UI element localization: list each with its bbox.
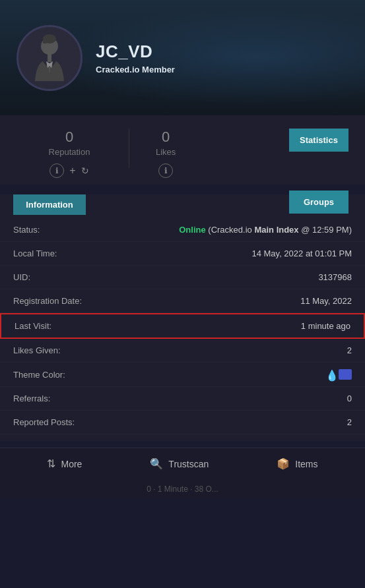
status-online: Online (179, 225, 205, 235)
last-visit-value: 1 minute ago (301, 321, 350, 331)
profile-info: JC_VD Cracked.io Member (96, 42, 175, 74)
stats-panel: 0 Reputation ℹ + ↻ 0 Likes ℹ (0, 115, 365, 185)
side-buttons: Statistics Groups (289, 129, 348, 214)
items-icon: 📦 (277, 457, 290, 470)
uid-value: 3137968 (318, 272, 352, 282)
info-icon-2[interactable]: ℹ (158, 163, 173, 178)
footer-hint: 0 · 1 Minute · 38 O... (0, 479, 365, 499)
likes-given-row: Likes Given: 2 (0, 339, 365, 363)
refresh-icon[interactable]: ↻ (81, 165, 89, 176)
uid-row: UID: 3137968 (0, 266, 365, 289)
theme-color-value: 💧 (325, 369, 352, 380)
info-icon-1[interactable]: ℹ (50, 163, 64, 178)
avatar-silhouette (23, 32, 76, 84)
plus-icon[interactable]: + (69, 165, 75, 177)
likes-icons: ℹ (158, 163, 173, 178)
reputation-block: 0 Reputation ℹ + ↻ (17, 129, 122, 178)
reputation-label: Reputation (49, 147, 90, 157)
registration-date-value: 11 May, 2022 (300, 296, 352, 306)
groups-button[interactable]: Groups (289, 191, 348, 214)
last-visit-row: Last Visit: 1 minute ago (0, 313, 365, 339)
uid-label: UID: (13, 272, 99, 282)
statistics-button[interactable]: Statistics (289, 129, 348, 152)
footer-text: 0 · 1 Minute · 38 O... (147, 485, 218, 494)
registration-date-row: Registration Date: 11 May, 2022 (0, 289, 365, 313)
status-value: Online (Cracked.io Main Index @ 12:59 PM… (179, 225, 352, 235)
bottom-bar: ⇅ More 🔍 Trustscan 📦 Items (0, 448, 365, 479)
reported-posts-label: Reported Posts: (13, 417, 99, 427)
items-button[interactable]: 📦 Items (277, 457, 317, 470)
local-time-value: 14 May, 2022 at 01:01 PM (251, 249, 352, 258)
reputation-icons: ℹ + ↻ (50, 163, 88, 178)
likes-given-label: Likes Given: (13, 345, 99, 355)
reported-posts-row: Reported Posts: 2 (0, 411, 365, 434)
theme-color-row: Theme Color: 💧 (0, 363, 365, 387)
trustscan-button[interactable]: 🔍 Trustscan (150, 457, 209, 470)
stats-numbers: 0 Reputation ℹ + ↻ 0 Likes ℹ (17, 129, 289, 185)
more-label: More (61, 459, 82, 469)
local-time-label: Local Time: (13, 249, 99, 258)
information-section: Information Status: Online (Cracked.io M… (0, 194, 365, 441)
svg-rect-3 (48, 54, 51, 62)
svg-rect-2 (43, 37, 46, 44)
reputation-value: 0 (65, 129, 73, 146)
theme-color-label: Theme Color: (13, 370, 99, 380)
registration-date-label: Registration Date: (13, 296, 99, 306)
status-label: Status: (13, 225, 99, 235)
more-button[interactable]: ⇅ More (47, 457, 82, 470)
color-swatch (339, 369, 352, 380)
likes-label: Likes (156, 147, 176, 157)
referrals-value: 0 (347, 394, 352, 403)
profile-username: JC_VD (96, 42, 175, 62)
avatar (17, 25, 83, 91)
likes-given-value: 2 (347, 345, 352, 355)
trustscan-label: Trustscan (168, 459, 209, 469)
last-visit-label: Last Visit: (15, 321, 100, 331)
likes-value: 0 (162, 129, 170, 146)
vertical-divider (129, 129, 129, 168)
color-drop-icon: 💧 (325, 369, 336, 380)
reported-posts-value: 2 (347, 417, 352, 427)
items-label: Items (295, 459, 317, 469)
likes-block: 0 Likes ℹ (156, 129, 176, 178)
referrals-row: Referrals: 0 (0, 387, 365, 411)
profile-banner: JC_VD Cracked.io Member (0, 0, 365, 115)
local-time-row: Local Time: 14 May, 2022 at 01:01 PM (0, 242, 365, 266)
status-detail: (Cracked.io Main Index @ 12:59 PM) (208, 225, 352, 235)
referrals-label: Referrals: (13, 394, 99, 403)
reputation-likes-row: 0 Reputation ℹ + ↻ 0 Likes ℹ (17, 129, 176, 185)
theme-color-preview: 💧 (325, 369, 352, 380)
more-icon: ⇅ (47, 457, 55, 470)
profile-role: Cracked.io Member (96, 65, 175, 74)
info-header: Information (13, 194, 86, 215)
status-row: Status: Online (Cracked.io Main Index @ … (0, 218, 365, 242)
trustscan-icon: 🔍 (150, 457, 163, 470)
